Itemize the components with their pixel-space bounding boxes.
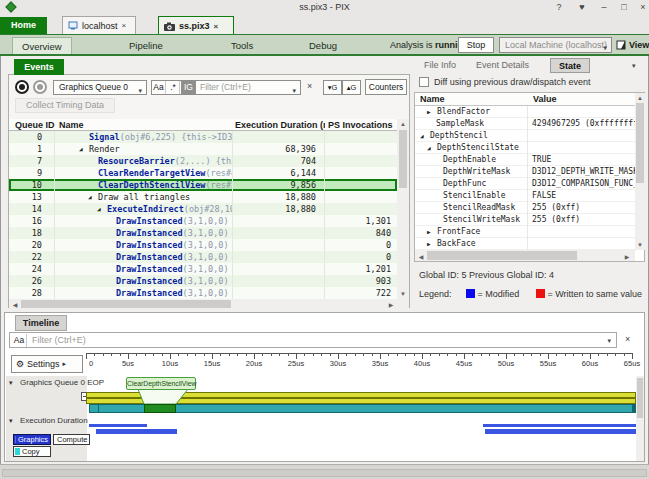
execution-duration-bar[interactable]: [89, 424, 147, 427]
diff-checkbox-label[interactable]: Diff using previous draw/dispatch event: [434, 77, 590, 87]
scroll-thumb[interactable]: [427, 251, 577, 260]
state-row[interactable]: ▶FrontFace: [415, 226, 635, 238]
event-row[interactable]: 0Signal(obj#6,225) {this->ID3D: [9, 131, 397, 143]
event-row[interactable]: 9ClearRenderTargetView(res#4,6,144: [9, 167, 397, 179]
event-row[interactable]: 1◢Render68,396: [9, 143, 397, 155]
scroll-right-icon[interactable]: ▶: [623, 253, 631, 260]
capture-tab-close-icon[interactable]: ×: [214, 22, 219, 31]
tab-file-info[interactable]: File Info: [418, 58, 462, 73]
state-row[interactable]: StencilReadMask255 (0xff): [415, 202, 635, 214]
expander-icon[interactable]: ◢: [427, 142, 437, 154]
event-row[interactable]: 7ResourceBarrier(2,...) {thi704: [9, 155, 397, 167]
expander-icon[interactable]: ◢: [79, 143, 89, 155]
event-row[interactable]: 13◢Draw all triangles18,880: [9, 191, 397, 203]
diff-checkbox[interactable]: [419, 77, 429, 87]
col-duration[interactable]: Execution Duration (ns): [235, 119, 325, 131]
tab-event-details[interactable]: Event Details: [470, 58, 535, 73]
event-filter-input[interactable]: Filter (Ctrl+E): [200, 81, 251, 94]
event-row[interactable]: 20DrawInstanced(3,1,0,0)0: [9, 239, 397, 251]
minimize-button[interactable]: –: [596, 1, 612, 13]
event-row[interactable]: 10ClearDepthStencilView(res#2,9,856: [9, 179, 397, 191]
scroll-left-icon[interactable]: ◀: [11, 301, 19, 308]
event-row[interactable]: 16DrawInstanced(3,1,0,0)1,301: [9, 215, 397, 227]
scroll-up-icon[interactable]: ▲: [397, 121, 409, 127]
event-row[interactable]: 14◢ExecuteIndirect(obj#28,10218,880: [9, 203, 397, 215]
col-value[interactable]: Value: [533, 93, 623, 105]
state-row[interactable]: ◢DepthStencilState: [415, 142, 635, 154]
event-row[interactable]: 22DrawInstanced(3,1,0,0)0: [9, 251, 397, 263]
scroll-thumb[interactable]: [636, 103, 644, 183]
scroll-up-icon[interactable]: ▲: [635, 95, 645, 101]
col-queue-id[interactable]: Queue ID: [15, 119, 55, 131]
tab-state[interactable]: State: [550, 58, 590, 73]
counters-button[interactable]: Counters: [365, 79, 407, 95]
expander-icon[interactable]: ◢: [420, 130, 430, 142]
state-row[interactable]: ◢DepthStencil: [415, 130, 635, 142]
event-row[interactable]: 18DrawInstanced(3,1,0,0)840: [9, 227, 397, 239]
goto-prev-group-button[interactable]: ▾G: [323, 80, 342, 95]
settings-button[interactable]: ⚙ Settings ▸: [11, 355, 83, 373]
scroll-down-icon[interactable]: ▼: [635, 242, 645, 248]
execution-duration-bar[interactable]: [483, 424, 638, 427]
home-tab[interactable]: Home: [0, 17, 47, 34]
match-case-toggle[interactable]: Aa: [152, 81, 166, 94]
state-row[interactable]: ▶BlendFactor: [415, 106, 635, 118]
col-name[interactable]: Name: [59, 119, 229, 131]
bottom-scroll-track[interactable]: [2, 469, 647, 477]
ignore-case-toggle[interactable]: IG: [181, 81, 196, 94]
execution-duration-bar[interactable]: [485, 429, 638, 434]
expander-icon[interactable]: ▶: [427, 226, 437, 238]
scroll-right-icon[interactable]: ▶: [387, 301, 395, 308]
clear-filter-button[interactable]: ×: [307, 81, 312, 91]
state-hscrollbar[interactable]: ◀ ▶: [415, 250, 635, 261]
tab-overflow-icon[interactable]: ▾: [632, 62, 636, 70]
localhost-tab[interactable]: localhost ×: [62, 16, 136, 34]
timeline-tab[interactable]: Timeline: [15, 315, 67, 331]
scroll-down-icon[interactable]: ▼: [397, 291, 409, 297]
machine-select[interactable]: Local Machine (localhost) ▾: [499, 37, 612, 53]
chevron-down-icon[interactable]: ▾: [292, 84, 296, 97]
tab-overview[interactable]: Overview: [12, 37, 72, 54]
legend-graphics[interactable]: Graphics: [13, 434, 51, 445]
timeline-vscrollbar[interactable]: [636, 376, 644, 461]
localhost-tab-close-icon[interactable]: ×: [122, 21, 127, 30]
capture-tab[interactable]: ss.pix3 ×: [158, 16, 234, 35]
tab-tools[interactable]: Tools: [222, 37, 262, 54]
feedback-icon[interactable]: ♥: [574, 1, 590, 13]
state-row[interactable]: ▶BackFace: [415, 238, 635, 250]
close-button[interactable]: ×: [635, 1, 649, 13]
events-vscrollbar[interactable]: ▲ ▼: [397, 119, 409, 299]
event-row[interactable]: 26DrawInstanced(3,1,0,0)903: [9, 275, 397, 287]
selected-event-segment[interactable]: [144, 404, 176, 413]
maximize-button[interactable]: □: [616, 1, 632, 13]
state-row[interactable]: DepthEnableTRUE: [415, 154, 635, 166]
stop-button[interactable]: Stop: [458, 37, 494, 53]
scroll-thumb[interactable]: [399, 130, 407, 188]
state-row[interactable]: SampleMask4294967295 (0xffffffff): [415, 118, 635, 130]
goto-next-group-button[interactable]: ▴G: [342, 80, 361, 95]
events-panel-tab[interactable]: Events: [14, 59, 64, 75]
queue-select[interactable]: Graphics Queue 0▾: [53, 80, 147, 95]
legend-copy[interactable]: Copy: [13, 446, 51, 457]
scroll-left-icon[interactable]: ◀: [417, 253, 425, 260]
state-row[interactable]: DepthWriteMaskD3D12_DEPTH_WRITE_MASK_…: [415, 166, 635, 178]
state-vscrollbar[interactable]: ▲ ▼: [635, 93, 645, 250]
tab-debug[interactable]: Debug: [300, 37, 346, 54]
event-row[interactable]: 28DrawInstanced(3,1,0,0)722: [9, 287, 397, 299]
expander-icon[interactable]: ▶: [427, 238, 437, 250]
event-row[interactable]: 24DrawInstanced(3,1,0,0)1,201: [9, 263, 397, 275]
state-row[interactable]: StencilEnableFALSE: [415, 190, 635, 202]
regex-toggle[interactable]: .*: [167, 81, 180, 94]
scroll-thumb[interactable]: [21, 300, 231, 308]
tab-pipeline[interactable]: Pipeline: [120, 37, 172, 54]
capture-frame-icon[interactable]: [15, 80, 29, 94]
expander-icon[interactable]: ◢: [97, 203, 107, 215]
events-hscrollbar[interactable]: ◀ ▶: [9, 299, 409, 309]
expander-icon[interactable]: ▶: [427, 106, 437, 118]
views-button[interactable]: Views: [616, 40, 649, 50]
collect-timing-data-button[interactable]: Collect Timing Data: [15, 98, 115, 113]
col-name[interactable]: Name: [420, 93, 520, 105]
help-button[interactable]: ?: [551, 1, 567, 13]
capture-secondary-icon[interactable]: [33, 80, 47, 94]
legend-compute[interactable]: Compute: [53, 434, 90, 445]
